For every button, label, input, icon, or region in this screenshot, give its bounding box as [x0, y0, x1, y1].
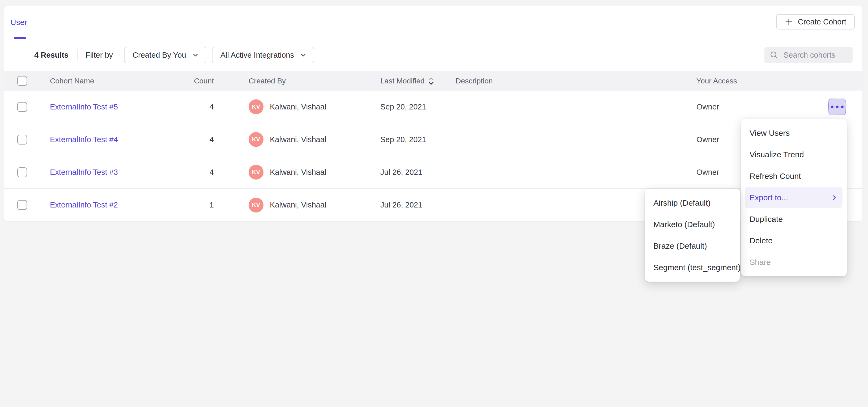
- menu-item-duplicate[interactable]: Duplicate: [741, 208, 847, 230]
- search-input[interactable]: [783, 51, 848, 60]
- submenu-item-marketo[interactable]: Marketo (Default): [645, 214, 740, 235]
- avatar: KV: [249, 165, 264, 180]
- last-modified-date: Jul 26, 2021: [380, 168, 422, 177]
- access-level: Owner: [696, 168, 719, 177]
- sort-updown-icon: [428, 76, 434, 86]
- cohort-count: 4: [210, 135, 214, 144]
- cohort-count: 4: [210, 168, 214, 177]
- cohorts-page: User Create Cohort 4 Results Filter by C…: [0, 0, 868, 407]
- submenu-item-segment[interactable]: Segment (test_segment): [645, 257, 740, 278]
- table-row: ExternalInfo Test #5 4 KV Kalwani, Visha…: [4, 91, 862, 123]
- submenu-item-braze[interactable]: Braze (Default): [645, 235, 740, 257]
- creator-name: Kalwani, Vishaal: [270, 200, 326, 209]
- menu-item-refresh-count[interactable]: Refresh Count: [741, 165, 847, 187]
- column-header-cohort-name: Cohort Name: [50, 77, 180, 85]
- create-cohort-button[interactable]: Create Cohort: [776, 14, 855, 30]
- search-icon: [769, 50, 779, 60]
- menu-item-view-users[interactable]: View Users: [741, 122, 847, 144]
- row-checkbox[interactable]: [17, 167, 27, 177]
- avatar: KV: [249, 132, 264, 147]
- select-all-checkbox[interactable]: [17, 76, 27, 86]
- creator-name: Kalwani, Vishaal: [270, 135, 326, 144]
- last-modified-date: Jul 26, 2021: [380, 200, 422, 209]
- access-level: Owner: [696, 102, 719, 111]
- chevron-right-icon: [831, 195, 837, 200]
- row-checkbox[interactable]: [17, 135, 27, 145]
- table-row: ExternalInfo Test #3 4 KV Kalwani, Visha…: [4, 156, 862, 189]
- last-modified-date: Sep 20, 2021: [380, 135, 426, 144]
- results-count: 4 Results: [34, 51, 68, 60]
- chevron-down-icon: [192, 52, 199, 58]
- column-header-last-modified[interactable]: Last Modified: [380, 76, 456, 86]
- table-header: Cohort Name Count Created By Last Modifi…: [4, 71, 862, 91]
- integrations-dropdown-value: All Active Integrations: [220, 51, 294, 60]
- avatar: KV: [249, 198, 264, 213]
- cohort-name-link[interactable]: ExternalInfo Test #4: [50, 135, 118, 144]
- search-box[interactable]: [765, 47, 852, 63]
- tab-user-label: User: [10, 18, 27, 27]
- create-cohort-label: Create Cohort: [798, 18, 846, 26]
- row-checkbox[interactable]: [17, 200, 27, 210]
- column-header-description: Description: [456, 77, 696, 85]
- tab-user[interactable]: User: [9, 6, 28, 38]
- avatar: KV: [249, 99, 264, 114]
- creator-name: Kalwani, Vishaal: [270, 102, 326, 111]
- last-modified-date: Sep 20, 2021: [380, 102, 426, 111]
- chevron-down-icon: [300, 52, 307, 58]
- select-all-cell: [4, 76, 50, 86]
- tab-bar: User Create Cohort: [4, 6, 862, 38]
- table-row: ExternalInfo Test #4 4 KV Kalwani, Visha…: [4, 123, 862, 156]
- vertical-divider: [77, 49, 78, 61]
- filter-bar: 4 Results Filter by Created By You All A…: [4, 39, 862, 71]
- access-level: Owner: [696, 135, 719, 144]
- menu-item-visualize-trend[interactable]: Visualize Trend: [741, 144, 847, 165]
- export-submenu: Airship (Default) Marketo (Default) Braz…: [645, 189, 740, 282]
- menu-item-export-to[interactable]: Export to...: [745, 187, 842, 208]
- column-header-count: Count: [194, 77, 214, 85]
- menu-item-share: Share: [741, 251, 847, 273]
- created-by-dropdown[interactable]: Created By You: [124, 47, 206, 63]
- cohort-name-link[interactable]: ExternalInfo Test #5: [50, 102, 118, 111]
- cohort-count: 4: [210, 102, 214, 111]
- integrations-dropdown[interactable]: All Active Integrations: [212, 47, 314, 63]
- plus-icon: [784, 18, 793, 26]
- cohort-name-link[interactable]: ExternalInfo Test #2: [50, 200, 118, 209]
- submenu-item-airship[interactable]: Airship (Default): [645, 192, 740, 214]
- row-checkbox[interactable]: [17, 102, 27, 112]
- column-header-created-by: Created By: [214, 77, 380, 85]
- creator-name: Kalwani, Vishaal: [270, 168, 326, 177]
- ellipsis-icon: [831, 105, 843, 108]
- menu-item-delete[interactable]: Delete: [741, 230, 847, 251]
- created-by-dropdown-value: Created By You: [132, 51, 186, 60]
- row-actions-button[interactable]: [828, 99, 846, 115]
- column-header-your-access: Your Access: [696, 77, 862, 85]
- row-actions-context-menu: View Users Visualize Trend Refresh Count…: [741, 119, 847, 276]
- cohort-name-link[interactable]: ExternalInfo Test #3: [50, 168, 118, 177]
- cohort-count: 1: [210, 200, 214, 209]
- filter-by-label: Filter by: [86, 51, 113, 60]
